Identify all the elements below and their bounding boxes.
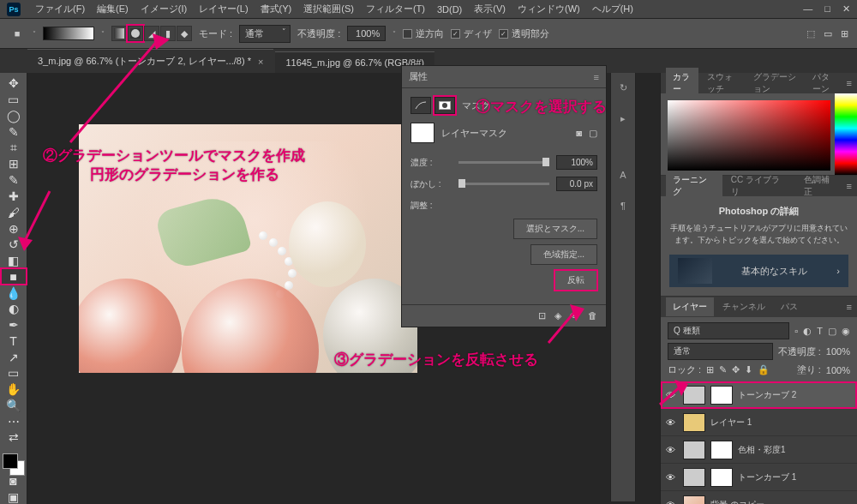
mask-mode-btn[interactable] bbox=[434, 97, 455, 114]
quickmask-tool[interactable]: ◙ bbox=[2, 474, 26, 489]
color-range-button[interactable]: 色域指定... bbox=[530, 244, 597, 265]
menu-file[interactable]: ファイル(F) bbox=[29, 3, 91, 15]
panel-menu-icon[interactable]: ≡ bbox=[594, 72, 599, 82]
adjustment-mode-btn[interactable] bbox=[411, 97, 431, 114]
opacity-input[interactable]: 100% bbox=[347, 26, 386, 41]
minimize-icon[interactable]: — bbox=[803, 3, 812, 15]
select-and-mask-button[interactable]: 選択とマスク... bbox=[513, 219, 597, 239]
tab-paths[interactable]: パス bbox=[774, 297, 805, 316]
panel-menu-icon[interactable]: ≡ bbox=[847, 181, 852, 191]
tutorial-card[interactable]: 基本的なスキル › bbox=[669, 255, 848, 287]
invert-button[interactable]: 反転 bbox=[554, 270, 597, 291]
visibility-icon[interactable]: 👁 bbox=[666, 500, 678, 505]
tab-close-icon[interactable]: × bbox=[258, 57, 263, 67]
shape-tool[interactable]: ▭ bbox=[2, 366, 26, 381]
share-icon[interactable]: ⬚ bbox=[806, 28, 815, 39]
actions-icon[interactable]: ▸ bbox=[615, 111, 631, 126]
menu-edit[interactable]: 編集(E) bbox=[91, 3, 135, 15]
screenmode-tool[interactable]: ▣ bbox=[2, 489, 26, 504]
history-brush-tool[interactable]: ↺ bbox=[2, 237, 26, 252]
menu-select[interactable]: 選択範囲(S) bbox=[297, 3, 360, 15]
frame-tool[interactable]: ⊞ bbox=[2, 157, 26, 171]
path-tool[interactable]: ↗ bbox=[2, 350, 26, 364]
color-picker[interactable] bbox=[661, 93, 857, 175]
gradient-diamond[interactable]: ◆ bbox=[177, 26, 192, 41]
close-icon[interactable]: ✕ bbox=[842, 3, 850, 15]
gradient-tool-icon[interactable]: ■ bbox=[9, 25, 26, 42]
visibility-icon[interactable]: 👁 bbox=[666, 472, 678, 483]
density-slider[interactable] bbox=[458, 161, 549, 164]
dither-checkbox[interactable]: ✓ bbox=[451, 29, 460, 39]
layer-filter-select[interactable]: Q 種類 bbox=[668, 322, 789, 339]
menu-type[interactable]: 書式(Y) bbox=[255, 3, 298, 15]
visibility-icon[interactable]: 👁 bbox=[666, 390, 678, 400]
menu-filter[interactable]: フィルター(T) bbox=[360, 3, 431, 15]
transparent-checkbox[interactable]: ✓ bbox=[499, 29, 508, 39]
pen-tool[interactable]: ✒ bbox=[2, 318, 26, 333]
layer-opacity-value[interactable]: 100% bbox=[826, 346, 850, 357]
fill-value[interactable]: 100% bbox=[826, 365, 850, 375]
gradient-tool[interactable]: ■ bbox=[2, 269, 26, 284]
tab-channels[interactable]: チャンネル bbox=[716, 297, 772, 316]
lasso-tool[interactable]: ◯ bbox=[2, 109, 26, 123]
gradient-radial[interactable] bbox=[128, 26, 143, 41]
history-icon[interactable]: ↻ bbox=[615, 80, 631, 95]
gradient-linear[interactable] bbox=[111, 26, 127, 41]
gradient-preview[interactable] bbox=[43, 27, 94, 40]
toggle-mask-icon[interactable]: 👁 bbox=[570, 310, 579, 321]
color-swatches[interactable] bbox=[0, 452, 27, 472]
type-tool[interactable]: T bbox=[2, 333, 26, 348]
healing-tool[interactable]: ✚ bbox=[2, 189, 26, 204]
clone-tool[interactable]: ⊕ bbox=[2, 221, 26, 236]
maximize-icon[interactable]: □ bbox=[824, 3, 830, 15]
eraser-tool[interactable]: ◧ bbox=[2, 254, 26, 268]
feather-value[interactable]: 0.0 px bbox=[556, 177, 597, 191]
layer-row[interactable]: 👁背景 のコピー bbox=[661, 491, 857, 504]
document-tab-1[interactable]: 3_m.jpg @ 66.7% (トーンカーブ 2, レイヤー.../8) *× bbox=[27, 49, 273, 73]
apply-mask-icon[interactable]: ◈ bbox=[554, 310, 561, 321]
edit-toolbar[interactable]: ⇄ bbox=[2, 430, 26, 445]
menu-window[interactable]: ウィンドウ(W) bbox=[512, 3, 586, 15]
delete-mask-icon[interactable]: 🗑 bbox=[588, 310, 597, 321]
panel-menu-icon[interactable]: ≡ bbox=[847, 302, 852, 312]
tab-adjustments[interactable]: 色調補正 bbox=[797, 171, 845, 201]
char-icon[interactable]: A bbox=[615, 167, 631, 183]
brush-tool[interactable]: 🖌 bbox=[2, 205, 26, 219]
visibility-icon[interactable]: 👁 bbox=[666, 417, 678, 428]
dodge-tool[interactable]: ◐ bbox=[2, 302, 26, 316]
tab-layers[interactable]: レイヤー bbox=[666, 297, 714, 316]
menu-image[interactable]: イメージ(I) bbox=[135, 3, 193, 15]
screen-icon[interactable]: ▭ bbox=[824, 28, 832, 39]
mask-preview[interactable] bbox=[411, 123, 434, 143]
hand-tool[interactable]: ✋ bbox=[2, 382, 26, 397]
density-value[interactable]: 100% bbox=[556, 155, 597, 170]
eyedropper-tool[interactable]: ✎ bbox=[2, 173, 26, 188]
move-tool[interactable]: ✥ bbox=[2, 76, 26, 91]
blur-tool[interactable]: 💧 bbox=[2, 285, 26, 300]
crop-tool[interactable]: ⌗ bbox=[2, 141, 26, 155]
quick-select-tool[interactable]: ✎ bbox=[2, 124, 26, 139]
marquee-tool[interactable]: ▭ bbox=[2, 93, 26, 107]
layer-row[interactable]: 👁トーンカーブ 1 bbox=[661, 464, 857, 491]
layer-row[interactable]: 👁色相・彩度1 bbox=[661, 436, 857, 464]
blend-mode-select[interactable]: 通常 bbox=[668, 343, 773, 360]
pixel-mask-icon[interactable]: ◙ bbox=[576, 128, 582, 139]
load-selection-icon[interactable]: ⊡ bbox=[538, 310, 546, 321]
workspace-icon[interactable]: ⊞ bbox=[841, 28, 848, 39]
zoom-tool[interactable]: 🔍 bbox=[2, 399, 26, 413]
gradient-reflected[interactable]: ▮ bbox=[160, 26, 176, 41]
menu-3d[interactable]: 3D(D) bbox=[431, 4, 468, 15]
menu-layer[interactable]: レイヤー(L) bbox=[193, 3, 254, 15]
para-icon[interactable]: ¶ bbox=[615, 198, 631, 213]
menu-help[interactable]: ヘルプ(H) bbox=[586, 3, 639, 15]
tab-learning[interactable]: ラーニング bbox=[666, 171, 722, 201]
layer-row[interactable]: 👁レイヤー 1 bbox=[661, 409, 857, 436]
menu-view[interactable]: 表示(V) bbox=[468, 3, 512, 15]
gradient-angle[interactable]: ◢ bbox=[144, 26, 159, 41]
more-tools[interactable]: ⋯ bbox=[2, 414, 26, 429]
reverse-checkbox[interactable] bbox=[403, 29, 412, 39]
mode-select[interactable]: 通常 bbox=[239, 25, 291, 43]
panel-menu-icon[interactable]: ≡ bbox=[847, 78, 852, 88]
tab-libraries[interactable]: CC ライブラリ bbox=[724, 171, 795, 201]
feather-slider[interactable] bbox=[458, 183, 549, 185]
